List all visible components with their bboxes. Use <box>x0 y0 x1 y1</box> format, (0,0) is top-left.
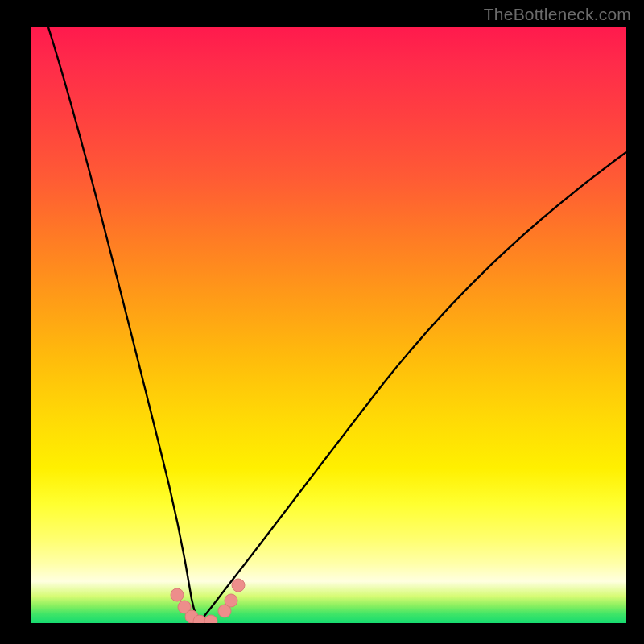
marker-group <box>171 579 245 623</box>
curve-right-branch <box>198 152 626 623</box>
marker-dot <box>225 594 237 607</box>
marker-dot <box>171 588 184 601</box>
curve-left-branch <box>48 27 198 623</box>
plot-area <box>31 27 626 623</box>
marker-dot <box>232 579 245 592</box>
bottleneck-curve <box>31 27 626 623</box>
marker-dot <box>204 615 217 623</box>
watermark-text: TheBottleneck.com <box>484 5 631 24</box>
chart-frame: TheBottleneck.com <box>0 0 644 644</box>
